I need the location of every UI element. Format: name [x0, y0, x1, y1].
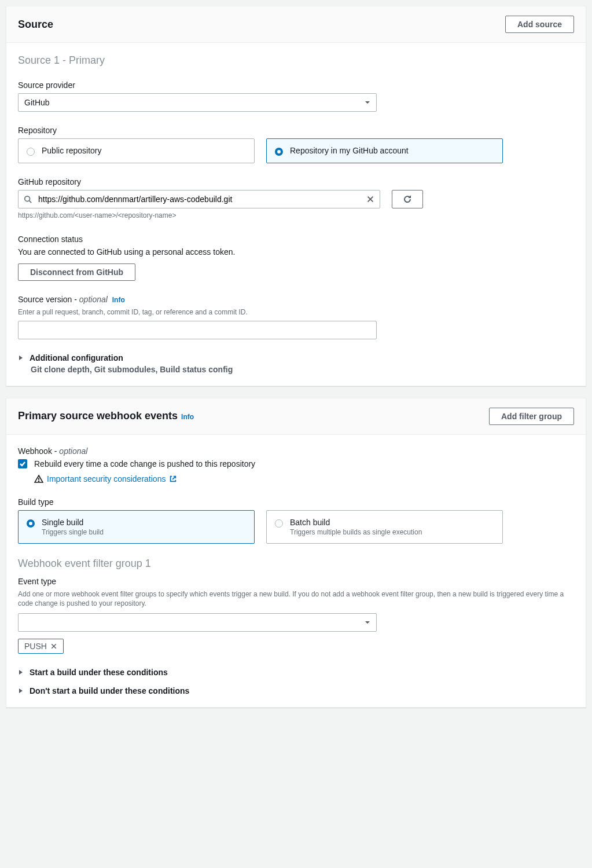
event-tag-label: PUSH	[24, 642, 47, 651]
source-version-input[interactable]	[18, 321, 377, 339]
svg-point-0	[25, 196, 30, 202]
github-repo-label: GitHub repository	[18, 177, 574, 186]
svg-point-5	[39, 481, 39, 481]
webhook-option-group: Webhook - optional Rebuild every time a …	[18, 446, 574, 484]
filter-group-title: Webhook event filter group 1	[18, 558, 574, 570]
add-source-button[interactable]: Add source	[505, 16, 574, 33]
start-conditions-toggle[interactable]: Start a build under these conditions	[18, 668, 574, 677]
build-option-batch[interactable]: Batch build Triggers multiple builds as …	[266, 510, 503, 544]
repository-options: Public repository Repository in my GitHu…	[18, 138, 503, 163]
source-provider-select[interactable]: GitHub	[18, 93, 377, 112]
connection-status-text: You are connected to GitHub using a pers…	[18, 247, 574, 257]
rebuild-checkbox[interactable]	[18, 459, 27, 468]
dont-start-conditions-title: Don't start a build under these conditio…	[30, 686, 189, 695]
single-build-title: Single build	[42, 518, 104, 527]
webhook-panel-header: Primary source webhook eventsInfo Add fi…	[6, 398, 586, 435]
warning-icon	[34, 474, 43, 484]
event-tag-push: PUSH	[18, 639, 64, 654]
radio-icon	[27, 519, 35, 528]
repo-option-my-account[interactable]: Repository in my GitHub account	[266, 138, 503, 163]
repo-my-account-label: Repository in my GitHub account	[290, 146, 409, 155]
security-considerations-link[interactable]: Important security considerations	[47, 474, 166, 484]
dont-start-conditions-group: Don't start a build under these conditio…	[18, 686, 574, 695]
webhook-panel: Primary source webhook eventsInfo Add fi…	[6, 398, 586, 708]
caret-right-icon	[18, 355, 24, 361]
source-panel-header: Source Add source	[6, 6, 586, 43]
source-panel-body: Source 1 - Primary Source provider GitHu…	[6, 43, 586, 386]
connection-status-label: Connection status	[18, 235, 574, 244]
github-repo-input[interactable]	[18, 190, 380, 208]
svg-line-1	[30, 201, 32, 203]
repository-group: Repository Public repository Repository …	[18, 126, 574, 163]
webhook-checkbox-row: Rebuild every time a code change is push…	[18, 459, 574, 468]
build-type-group: Build type Single build Triggers single …	[18, 497, 574, 544]
refresh-button[interactable]	[392, 190, 423, 208]
search-icon	[24, 195, 32, 203]
radio-icon	[275, 519, 283, 528]
source-provider-group: Source provider GitHub	[18, 80, 574, 112]
radio-icon	[275, 148, 283, 156]
webhook-title: Primary source webhook eventsInfo	[18, 410, 194, 422]
repository-label: Repository	[18, 126, 574, 135]
additional-config-group: Additional configuration Git clone depth…	[18, 353, 574, 374]
event-type-value	[18, 613, 377, 632]
source-title: Source	[18, 19, 53, 31]
source-version-hint: Enter a pull request, branch, commit ID,…	[18, 307, 574, 317]
rebuild-checkbox-label: Rebuild every time a code change is push…	[34, 459, 255, 468]
repo-public-label: Public repository	[42, 146, 102, 155]
additional-config-title: Additional configuration	[30, 353, 123, 362]
disconnect-github-button[interactable]: Disconnect from GitHub	[18, 263, 135, 281]
dont-start-conditions-toggle[interactable]: Don't start a build under these conditio…	[18, 686, 574, 695]
source-version-label: Source version - optional Info	[18, 295, 574, 304]
webhook-panel-body: Webhook - optional Rebuild every time a …	[6, 435, 586, 708]
webhook-label: Webhook - optional	[18, 446, 574, 456]
event-type-select[interactable]	[18, 613, 377, 632]
add-filter-group-button[interactable]: Add filter group	[489, 408, 574, 425]
github-repo-group: GitHub repository https://github.com/<us…	[18, 177, 574, 221]
source-version-info-link[interactable]: Info	[112, 296, 125, 304]
github-repo-hint: https://github.com/<user-name>/<reposito…	[18, 211, 574, 221]
event-type-group: Event type Add one or more webhook event…	[18, 577, 574, 654]
start-conditions-title: Start a build under these conditions	[30, 668, 168, 677]
clear-icon[interactable]	[366, 195, 374, 203]
source-panel: Source Add source Source 1 - Primary Sou…	[6, 6, 586, 386]
connection-status-group: Connection status You are connected to G…	[18, 235, 574, 281]
additional-config-sub: Git clone depth, Git submodules, Build s…	[31, 365, 574, 374]
security-link-row: Important security considerations	[34, 474, 574, 484]
source-provider-label: Source provider	[18, 80, 574, 90]
source-version-group: Source version - optional Info Enter a p…	[18, 295, 574, 339]
caret-right-icon	[18, 688, 24, 694]
additional-config-toggle[interactable]: Additional configuration	[18, 353, 574, 362]
start-conditions-group: Start a build under these conditions	[18, 668, 574, 677]
build-option-single[interactable]: Single build Triggers single build	[18, 510, 255, 544]
external-link-icon	[169, 475, 177, 483]
event-type-hint: Add one or more webhook event filter gro…	[18, 589, 574, 609]
repo-option-public[interactable]: Public repository	[18, 138, 255, 163]
batch-build-sub: Triggers multiple builds as single execu…	[290, 528, 422, 536]
source-section-label: Source 1 - Primary	[18, 54, 574, 67]
event-type-label: Event type	[18, 577, 574, 586]
webhook-info-link[interactable]: Info	[181, 413, 194, 421]
remove-tag-icon[interactable]	[50, 643, 57, 650]
build-type-options: Single build Triggers single build Batch…	[18, 510, 503, 544]
caret-right-icon	[18, 669, 24, 675]
single-build-sub: Triggers single build	[42, 528, 104, 536]
source-provider-value: GitHub	[18, 93, 377, 112]
batch-build-title: Batch build	[290, 518, 422, 527]
radio-icon	[27, 148, 35, 156]
build-type-label: Build type	[18, 497, 574, 507]
